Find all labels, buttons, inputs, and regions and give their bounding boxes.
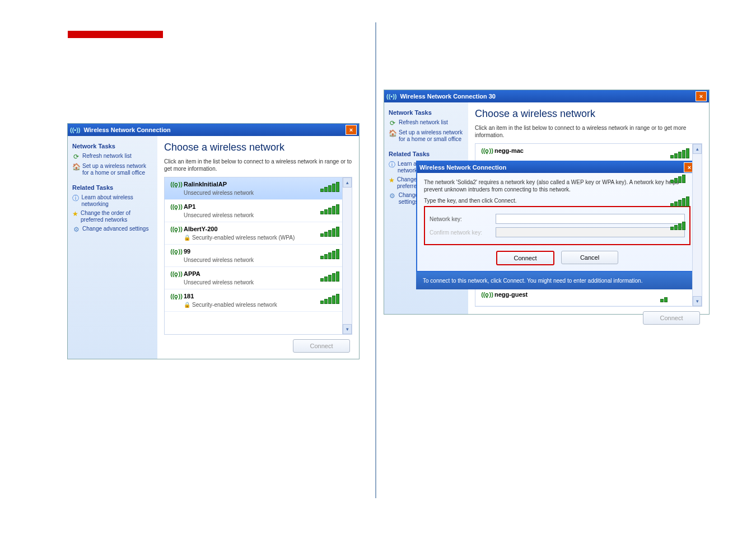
signal-icon: [320, 182, 339, 192]
signal-icon: [670, 220, 689, 230]
network-item[interactable]: ((ǫ)) negg-mac: [475, 144, 702, 162]
window-title: Wireless Network Connection: [84, 127, 171, 133]
info-icon: ⓘ: [389, 161, 395, 168]
network-list: ((ǫ)) negg-mac Wireless Network Connecti…: [475, 143, 702, 307]
antenna-icon: ((ǫ)): [169, 248, 184, 255]
antenna-icon: ((ǫ)): [480, 291, 494, 298]
network-name: 181: [184, 293, 320, 299]
screenshot-left: ((•)) Wireless Network Connection × Netw…: [67, 123, 360, 359]
scroll-track[interactable]: [343, 188, 352, 324]
scroll-up-button[interactable]: ▴: [693, 144, 702, 154]
star-icon: ★: [389, 176, 395, 184]
sidebar-link-refresh[interactable]: ⟳Refresh network list: [389, 119, 464, 127]
sidebar-link-refresh[interactable]: ⟳Refresh network list: [72, 153, 153, 161]
signal-icon: [670, 196, 689, 207]
scroll-down-button[interactable]: ▾: [693, 296, 702, 306]
antenna-icon: ((ǫ)): [169, 226, 184, 233]
sidebar-heading-related-tasks: Related Tasks: [72, 184, 153, 191]
scroll-up-button[interactable]: ▴: [343, 177, 352, 188]
sidebar-link-advanced[interactable]: ⚙Change advanced settings: [72, 226, 153, 233]
gear-icon: ⚙: [389, 192, 396, 200]
main-subtext: Click an item in the list below to conne…: [164, 158, 352, 172]
background-signals: [670, 172, 689, 230]
signal-icon: [320, 227, 339, 237]
signal-icon: [660, 292, 679, 302]
lock-icon: 🔒: [184, 235, 190, 241]
signal-icon: [670, 173, 689, 183]
main-heading: Choose a wireless network: [164, 142, 352, 153]
sidebar-link-learn[interactable]: ⓘLearn about wireless networking: [72, 194, 153, 208]
network-security: 🔒Security-enabled wireless network (WPA): [184, 235, 320, 241]
network-key-label: Network key:: [430, 216, 491, 222]
connect-hint: To connect to this network, click Connec…: [416, 272, 698, 289]
confirm-key-label: Confirm network key:: [430, 229, 491, 236]
main-panel: Choose a wireless network Click an item …: [468, 102, 709, 314]
signal-icon: [320, 294, 339, 304]
dialog-connect-button[interactable]: Connect: [496, 251, 554, 265]
confirm-key-input[interactable]: [496, 227, 685, 237]
window-title: Wireless Network Connection 30: [400, 93, 496, 100]
antenna-icon: ((ǫ)): [169, 270, 184, 278]
lock-icon: 🔒: [184, 302, 190, 308]
refresh-icon: ⟳: [389, 119, 396, 127]
signal-icon: [320, 271, 339, 282]
dialog-message: The network 'Solida2' requires a network…: [424, 179, 690, 193]
dialog-titlebar: Wireless Network Connection ×: [417, 162, 697, 173]
dialog-title: Wireless Network Connection: [419, 164, 506, 171]
column-divider: [375, 22, 376, 498]
antenna-icon: ((ǫ)): [169, 181, 184, 188]
network-item[interactable]: ((ǫ))AlbertY-200🔒Security-enabled wirele…: [165, 222, 352, 245]
network-item[interactable]: ((ǫ)) negg-guest: [475, 288, 692, 306]
refresh-icon: ⟳: [72, 153, 80, 161]
antenna-icon: ((ǫ)): [169, 203, 184, 210]
close-button[interactable]: ×: [696, 91, 707, 101]
network-security: Unsecured wireless network: [184, 190, 320, 196]
network-name: APPA: [184, 270, 320, 277]
connect-button[interactable]: Connect: [293, 339, 350, 353]
setup-icon: 🏠: [389, 129, 396, 137]
signal-icon: [320, 249, 339, 259]
info-icon: ⓘ: [72, 194, 79, 202]
network-item[interactable]: ((ǫ))181🔒Security-enabled wireless netwo…: [165, 289, 352, 312]
sidebar-link-order[interactable]: ★Change the order of preferred networks: [72, 210, 153, 223]
network-security: Unsecured wireless network: [184, 279, 320, 285]
input-group-highlight: Network key: Confirm network key:: [424, 206, 690, 245]
main-subtext: Click an item in the list below to conne…: [475, 124, 702, 139]
network-item[interactable]: ((ǫ))AP1Unsecured wireless network: [165, 200, 352, 222]
header-accent-bar: [68, 31, 163, 38]
gear-icon: ⚙: [72, 226, 80, 233]
scroll-down-button[interactable]: ▾: [343, 324, 352, 334]
window-titlebar: ((•)) Wireless Network Connection ×: [68, 124, 359, 136]
connect-button[interactable]: Connect: [643, 311, 700, 325]
network-security: Unsecured wireless network: [184, 257, 320, 263]
scroll-track[interactable]: [693, 154, 702, 296]
network-item[interactable]: ((ǫ))RalinkInitialAPUnsecured wireless n…: [165, 177, 352, 200]
screenshot-right: ((•)) Wireless Network Connection 30 × N…: [384, 90, 710, 315]
sidebar-link-setup[interactable]: 🏠Set up a wireless network for a home or…: [389, 129, 464, 143]
network-list: ((ǫ))RalinkInitialAPUnsecured wireless n…: [164, 177, 352, 335]
sidebar-heading-network-tasks: Network Tasks: [389, 109, 464, 116]
signal-icon: [670, 148, 689, 158]
network-name: AP1: [184, 203, 320, 210]
network-name: RalinkInitialAP: [184, 181, 320, 188]
dialog-cancel-button[interactable]: Cancel: [561, 251, 618, 264]
window-titlebar: ((•)) Wireless Network Connection 30 ×: [384, 90, 709, 102]
scrollbar[interactable]: ▴ ▾: [342, 177, 352, 334]
close-button[interactable]: ×: [346, 125, 357, 135]
star-icon: ★: [72, 210, 78, 218]
antenna-icon: ((ǫ)): [169, 293, 184, 300]
network-item[interactable]: ((ǫ))99Unsecured wireless network: [165, 245, 352, 267]
wifi-icon: ((•)): [70, 127, 81, 133]
scrollbar[interactable]: ▴ ▾: [692, 144, 702, 306]
network-item[interactable]: ((ǫ))APPAUnsecured wireless network: [165, 267, 352, 289]
page: ((•)) Wireless Network Connection × Netw…: [0, 0, 756, 534]
sidebar-link-setup[interactable]: 🏠Set up a wireless network for a home or…: [72, 163, 153, 176]
network-name: AlbertY-200: [184, 226, 320, 232]
network-key-input[interactable]: [496, 214, 685, 224]
network-name: negg-mac: [494, 147, 670, 154]
sidebar-heading-network-tasks: Network Tasks: [72, 143, 153, 149]
network-key-dialog: Wireless Network Connection × The networ…: [416, 161, 698, 272]
network-name: negg-guest: [494, 291, 660, 298]
network-name: 99: [184, 248, 320, 255]
setup-icon: 🏠: [72, 163, 80, 171]
